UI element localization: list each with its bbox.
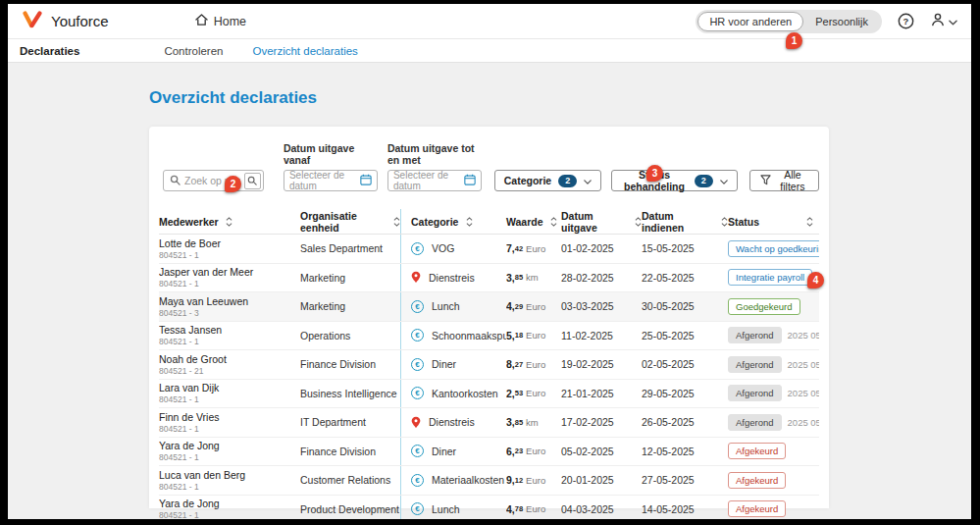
tab-controleren[interactable]: Controleren [164, 45, 223, 57]
value-decimals: 12 [515, 477, 523, 485]
column-header-datum-indienen[interactable]: Datum indienen [642, 209, 728, 234]
employee-name: Yara de Jong [159, 498, 220, 509]
date-from-input[interactable]: Selecteer de datum [284, 170, 378, 191]
column-header-datum-uitgave[interactable]: Datum uitgave [561, 209, 642, 234]
annotation-marker-4: 4 [807, 272, 824, 289]
home-icon [195, 14, 208, 28]
toggle-hr-voor-anderen[interactable]: HR voor anderen [697, 12, 803, 31]
datum-uitgave-cell: 28-02-2025 [561, 264, 642, 292]
column-label: Waarde [506, 216, 543, 228]
column-label: Categorie [411, 216, 458, 228]
employee-name: Maya van Leeuwen [159, 295, 248, 307]
main-content: Overzicht declaraties [8, 63, 971, 519]
sort-icon[interactable] [466, 217, 473, 227]
column-header-waarde[interactable]: Waarde [506, 209, 561, 234]
datum-uitgave-cell: 03-03-2025 [561, 292, 642, 321]
tab-overzicht-declaraties[interactable]: Overzicht declaraties [252, 45, 357, 57]
employee-cell: Yara de Jong 804521 - 1 [159, 496, 300, 520]
value-unit: Euro [526, 359, 545, 370]
status-cell: Afgerond 2025 05 [728, 380, 819, 408]
table-row[interactable]: Luca van den Berg 804521 - 1 Customer Re… [159, 466, 819, 496]
category-euro-icon [411, 329, 424, 341]
table-row[interactable]: Jasper van der Meer 804521 - 1 Marketing… [159, 264, 819, 293]
category-label: Diner [432, 446, 456, 457]
table-row[interactable]: Finn de Vries 804521 - 1 IT Department D… [159, 408, 819, 438]
status-badge: Afgekeurd [728, 472, 786, 489]
org-cell: Business Intelligence [300, 380, 400, 408]
category-label: Schoonmaakspullen [432, 330, 506, 341]
org-cell: Operations [300, 322, 400, 350]
chevron-down-icon [584, 175, 592, 186]
employee-id: 804521 - 1 [159, 337, 199, 346]
column-header-categorie[interactable]: Categorie [400, 209, 506, 234]
category-filter-label: Categorie [504, 175, 551, 186]
table-row[interactable]: Lotte de Boer 804521 - 1 Sales Departmen… [159, 235, 819, 264]
value-integer: 5, [506, 330, 515, 341]
value-unit: Euro [526, 330, 545, 341]
date-to-input[interactable]: Selecteer de datum [387, 170, 482, 191]
status-badge: Afgerond [728, 385, 782, 401]
waarde-cell: 4,78 Euro [506, 496, 561, 520]
help-button[interactable]: ? [898, 13, 914, 29]
employee-cell: Yara de Jong 804521 - 1 [159, 438, 300, 466]
value-unit: km [526, 417, 539, 428]
nav-section-declaraties: Declaraties [20, 45, 79, 57]
datum-indienen-cell: 22-05-2025 [642, 264, 728, 292]
value-integer: 9, [506, 474, 515, 486]
waarde-cell: 9,12 Euro [506, 466, 561, 495]
datum-uitgave-cell: 11-02-2025 [561, 322, 642, 350]
status-filter-dropdown[interactable]: Status behandeling 2 [611, 170, 738, 191]
status-badge: Goedgekeurd [728, 298, 800, 315]
location-pin-icon [411, 271, 421, 284]
employee-id: 804521 - 1 [159, 452, 199, 462]
topbar-home-link[interactable]: Home [195, 14, 246, 28]
account-button[interactable] [930, 12, 957, 30]
value-integer: 8, [506, 358, 515, 370]
status-badge: Afgerond [728, 356, 782, 373]
column-header-organisatie-eenheid[interactable]: Organisatie eenheid [300, 209, 400, 234]
datum-uitgave-cell: 01-02-2025 [561, 235, 642, 263]
category-label: VOG [432, 242, 454, 254]
employee-cell: Lotte de Boer 804521 - 1 [159, 235, 300, 263]
table-row[interactable]: Maya van Leeuwen 804521 - 3 Marketing Lu… [159, 292, 819, 322]
category-filter-dropdown[interactable]: Categorie 2 [494, 170, 601, 191]
annotation-marker-3: 3 [646, 165, 663, 182]
sort-icon[interactable] [550, 217, 557, 227]
category-label: Diner [432, 358, 456, 370]
category-euro-icon [411, 387, 424, 399]
category-cell: Kantoorkosten [400, 380, 506, 408]
waarde-cell: 4,29 Euro [506, 292, 561, 321]
table-row[interactable]: Yara de Jong 804521 - 1 Finance Division… [159, 438, 819, 467]
column-header-status[interactable]: Status [728, 209, 819, 234]
date-from-group: Datum uitgave vanaf Selecteer de datum [284, 142, 378, 191]
value-decimals: 78 [515, 505, 523, 513]
table-row[interactable]: Noah de Groot 804521 - 21 Finance Divisi… [159, 350, 819, 380]
table-row[interactable]: Tessa Jansen 804521 - 1 Operations Schoo… [159, 322, 819, 351]
category-cell: Dienstreis [400, 264, 506, 292]
status-cell: Afgekeurd [728, 466, 819, 495]
org-cell: Finance Division [300, 438, 400, 466]
annotation-marker-2: 2 [225, 176, 241, 192]
employee-id: 804521 - 1 [159, 482, 199, 492]
datum-indienen-cell: 15-05-2025 [642, 235, 728, 263]
value-decimals: 18 [515, 332, 523, 340]
datum-uitgave-cell: 21-01-2025 [561, 380, 642, 408]
table-row[interactable]: Lara van Dijk 804521 - 1 Business Intell… [159, 380, 819, 409]
toggle-persoonlijk[interactable]: Persoonlijk [803, 12, 880, 31]
value-integer: 4, [506, 503, 515, 515]
column-header-medewerker[interactable]: Medewerker [159, 209, 300, 234]
search-submit-button[interactable] [244, 173, 261, 189]
datum-indienen-cell: 29-05-2025 [642, 380, 728, 408]
sort-icon[interactable] [393, 217, 400, 227]
context-toggle: HR voor anderen Persoonlijk [696, 10, 882, 33]
datum-indienen-cell: 14-05-2025 [642, 496, 728, 520]
category-cell: Materiaalkosten [400, 466, 506, 495]
table-row[interactable]: Yara de Jong 804521 - 1 Product Developm… [159, 496, 819, 520]
sort-icon[interactable] [721, 217, 728, 227]
status-cell: Wacht op goedkeuring [728, 235, 819, 263]
sort-icon[interactable] [226, 217, 232, 227]
sort-icon[interactable] [635, 217, 642, 227]
status-filter-count: 2 [695, 175, 713, 187]
all-filters-button[interactable]: Alle filters [749, 170, 819, 191]
sort-icon[interactable] [806, 217, 813, 227]
